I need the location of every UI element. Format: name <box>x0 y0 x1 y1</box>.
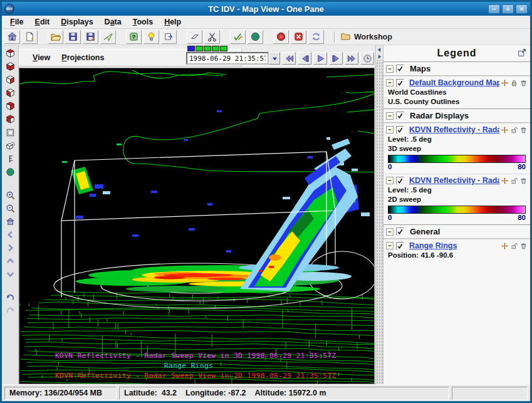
menu-displays[interactable]: Displays <box>55 16 98 28</box>
viewpoint-west-button[interactable] <box>3 113 17 126</box>
move-icon[interactable] <box>501 242 509 250</box>
pan-right-button[interactable] <box>3 241 17 254</box>
refresh-button[interactable] <box>308 30 324 44</box>
tips-button[interactable] <box>143 30 159 44</box>
viewpoint-south-button[interactable] <box>3 86 17 100</box>
menu-projections[interactable]: Projections <box>56 52 110 63</box>
display-control-link[interactable]: Range Rings <box>409 241 499 250</box>
redo-button[interactable] <box>3 304 17 317</box>
zoom-out-button[interactable] <box>3 202 17 215</box>
publish-button[interactable] <box>100 30 116 44</box>
visibility-checkbox-default-background-maps-0[interactable] <box>396 79 404 87</box>
pan-left-button[interactable] <box>3 228 17 241</box>
time-frame-4[interactable] <box>212 46 219 51</box>
minimize-button[interactable]: – <box>488 4 500 14</box>
new-document-button[interactable] <box>22 30 38 44</box>
reflectivity-colorbar[interactable] <box>388 206 526 214</box>
menu-help[interactable]: Help <box>159 16 187 28</box>
menu-data[interactable]: Data <box>99 16 127 28</box>
viewpoint-north-button[interactable] <box>3 73 17 86</box>
box-outline-button[interactable] <box>3 126 17 139</box>
time-dropdown-button[interactable] <box>269 52 280 65</box>
display-control-link[interactable]: KDVN Reflectivity - Radar _ <box>409 125 499 134</box>
viewpoint-bottom-button[interactable] <box>3 60 17 73</box>
visibility-checkbox-range-rings-0[interactable] <box>396 242 404 250</box>
move-icon[interactable] <box>501 79 509 87</box>
eraser-button[interactable] <box>187 30 202 44</box>
globe-projection-button[interactable] <box>3 165 17 179</box>
display-control-link[interactable]: KDVN Reflectivity - Radar _ <box>409 176 499 185</box>
animation-time-field[interactable] <box>186 52 269 65</box>
go-to-start-button[interactable] <box>282 52 296 65</box>
visibility-checkbox-kdvn-reflectivity-radar--0[interactable] <box>396 126 404 134</box>
pan-down-button[interactable] <box>3 268 17 281</box>
visibility-checkbox-radar-displays[interactable] <box>396 112 404 120</box>
visibility-checkbox-maps[interactable] <box>396 65 404 73</box>
save-as-button[interactable] <box>83 30 98 44</box>
step-forward-button[interactable] <box>329 52 343 65</box>
play-button[interactable] <box>313 52 327 65</box>
stop-loads-button[interactable] <box>273 30 289 44</box>
cut-button[interactable] <box>204 30 220 44</box>
time-frame-2[interactable] <box>196 46 203 51</box>
menu-edit[interactable]: Edit <box>29 16 56 28</box>
map-view-menubar: ViewProjections <box>19 45 375 68</box>
remove-displays-button[interactable] <box>291 30 306 44</box>
animation-properties-button[interactable] <box>360 52 374 65</box>
collapse-button-default-background-maps-0[interactable] <box>386 79 394 86</box>
unlock-icon[interactable] <box>510 126 518 134</box>
trash-icon[interactable] <box>519 177 528 185</box>
trash-icon[interactable] <box>519 242 528 250</box>
time-frame-3[interactable] <box>204 46 211 51</box>
vertical-scale-button[interactable] <box>3 152 17 165</box>
legend-splitter[interactable] <box>375 45 383 384</box>
menu-file[interactable]: File <box>4 16 29 28</box>
time-frame-1[interactable] <box>187 46 195 51</box>
collapse-button-range-rings-0[interactable] <box>386 242 394 249</box>
drawing-button[interactable] <box>230 30 246 44</box>
collapse-right-arrow[interactable] <box>376 53 383 60</box>
step-back-button[interactable] <box>298 52 311 65</box>
help-button[interactable]: ? <box>126 30 142 44</box>
export-display-button[interactable] <box>161 30 177 44</box>
open-folder-button[interactable] <box>48 30 63 44</box>
globe-button[interactable] <box>248 30 263 44</box>
viewpoint-top-button[interactable] <box>3 47 17 60</box>
time-frame-5[interactable] <box>220 46 227 51</box>
collapse-button-maps[interactable] <box>386 65 394 73</box>
rotate-view-button[interactable] <box>3 139 17 152</box>
collapse-button-radar-displays[interactable] <box>386 112 394 120</box>
visibility-checkbox-kdvn-reflectivity-radar--1[interactable] <box>396 177 404 185</box>
collapse-button-kdvn-reflectivity-radar--0[interactable] <box>386 126 394 133</box>
move-icon[interactable] <box>501 177 509 185</box>
viewpoint-east-button[interactable] <box>3 100 17 113</box>
map-display-3d[interactable]: KDVN Reflectivity - Radar Sweep View in … <box>19 68 375 384</box>
lock-icon[interactable] <box>510 79 518 87</box>
zoom-in-button[interactable] <box>3 189 17 202</box>
go-to-end-button[interactable] <box>345 52 358 65</box>
trash-icon[interactable] <box>519 126 528 134</box>
reflectivity-colorbar[interactable] <box>388 155 526 163</box>
close-button[interactable]: × <box>516 4 528 14</box>
menu-view[interactable]: View <box>27 52 56 63</box>
move-icon[interactable] <box>501 126 509 134</box>
title-bar[interactable]: IDV TC IDV - Map View - One Pane – + × <box>2 2 530 16</box>
trash-icon[interactable] <box>519 79 528 87</box>
visibility-checkbox-general[interactable] <box>396 228 404 236</box>
home-button[interactable] <box>4 30 20 44</box>
display-control-link[interactable]: Default Background Maps <box>409 78 499 87</box>
menu-tools[interactable]: Tools <box>127 16 159 28</box>
collapse-left-arrow[interactable] <box>376 46 383 53</box>
undo-button[interactable] <box>3 291 17 304</box>
collapse-button-general[interactable] <box>386 228 394 236</box>
workshop-label: Workshop <box>354 33 392 41</box>
maximize-button[interactable]: + <box>502 4 514 14</box>
pan-up-button[interactable] <box>3 254 17 268</box>
float-legend-icon[interactable] <box>517 48 527 60</box>
unlock-icon[interactable] <box>510 177 518 185</box>
unlock-icon[interactable] <box>510 242 518 250</box>
collapse-button-kdvn-reflectivity-radar--1[interactable] <box>386 177 394 184</box>
home-view-button[interactable] <box>3 215 17 228</box>
workshop-button[interactable]: Workshop <box>340 31 392 43</box>
save-button[interactable] <box>65 30 81 44</box>
